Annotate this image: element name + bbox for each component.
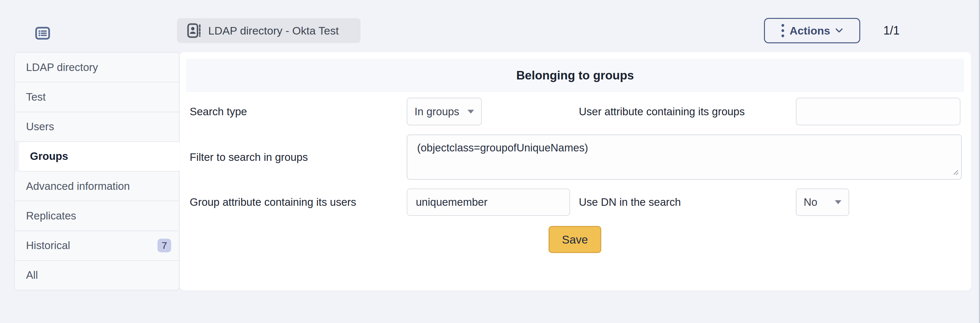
- sidebar-item-ldap-directory[interactable]: LDAP directory: [15, 53, 179, 82]
- historical-count-badge: 7: [158, 239, 171, 252]
- group-attribute-label: Group attribute containing its users: [190, 189, 356, 216]
- filter-label: Filter to search in groups: [190, 134, 308, 180]
- sidebar-item-historical[interactable]: Historical 7: [15, 231, 179, 261]
- sidebar: LDAP directory Test Users Groups Advance…: [14, 52, 180, 291]
- user-attribute-label: User attribute containing its groups: [579, 98, 745, 125]
- sidebar-item-all[interactable]: All: [15, 261, 179, 290]
- main-panel: Belonging to groups Search type In group…: [180, 52, 971, 291]
- kebab-icon: [781, 23, 784, 38]
- page-count: 1/1: [865, 18, 918, 43]
- select-caret-icon: [468, 110, 474, 114]
- sidebar-item-replicates[interactable]: Replicates: [15, 201, 179, 231]
- sidebar-item-label: Advanced information: [26, 180, 130, 192]
- search-type-label: Search type: [190, 98, 247, 125]
- sidebar-item-advanced-information[interactable]: Advanced information: [15, 171, 179, 201]
- contact-card-icon: [187, 22, 202, 39]
- sidebar-item-label: All: [26, 269, 38, 281]
- tab-label: LDAP directory - Okta Test: [208, 24, 339, 37]
- sidebar-item-groups[interactable]: Groups: [19, 142, 179, 171]
- sidebar-item-label: Historical: [26, 239, 70, 252]
- list-nav-icon[interactable]: [35, 27, 50, 41]
- sidebar-item-label: Groups: [30, 150, 68, 163]
- filter-textarea[interactable]: (objectclass=groupofUniqueNames): [407, 134, 962, 180]
- sidebar-item-users[interactable]: Users: [15, 112, 179, 142]
- search-type-selected-value: In groups: [415, 106, 460, 118]
- actions-label: Actions: [790, 24, 830, 37]
- section-heading: Belonging to groups: [516, 69, 634, 82]
- tab-ldap-directory-okta-test[interactable]: LDAP directory - Okta Test: [177, 18, 361, 43]
- use-dn-selected-value: No: [803, 196, 817, 208]
- sidebar-item-label: Test: [26, 91, 46, 103]
- use-dn-select[interactable]: No: [796, 189, 849, 216]
- save-button[interactable]: Save: [549, 226, 601, 253]
- select-caret-icon: [835, 200, 842, 204]
- sidebar-item-label: Replicates: [26, 210, 76, 222]
- sidebar-item-test[interactable]: Test: [15, 82, 179, 112]
- use-dn-label: Use DN in the search: [579, 189, 681, 216]
- group-attribute-input[interactable]: [407, 189, 570, 216]
- sidebar-item-label: LDAP directory: [26, 61, 98, 74]
- chevron-down-icon: [835, 28, 843, 33]
- sidebar-item-label: Users: [26, 120, 54, 133]
- search-type-select[interactable]: In groups: [407, 98, 482, 125]
- user-attribute-input[interactable]: [796, 98, 961, 125]
- actions-button[interactable]: Actions: [764, 18, 860, 43]
- section-heading-band: Belonging to groups: [186, 59, 964, 92]
